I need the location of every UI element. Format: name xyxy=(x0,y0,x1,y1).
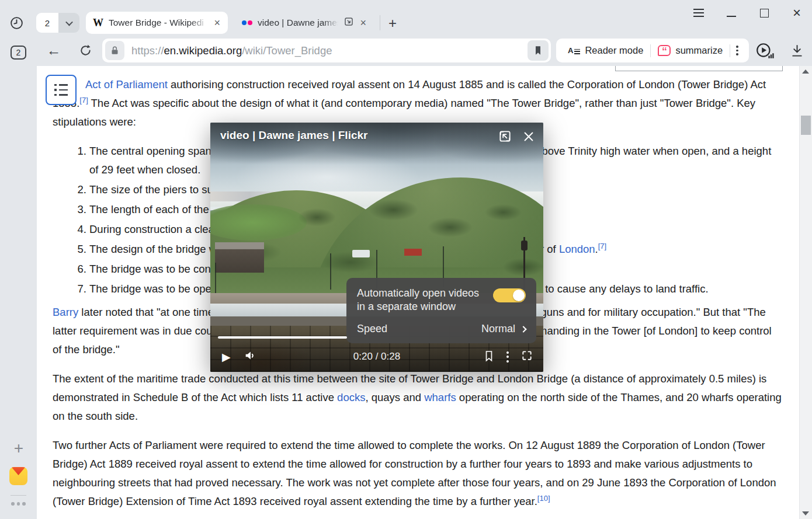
paragraph-acts: Two further Acts of Parliament were requ… xyxy=(53,436,782,511)
back-button[interactable]: ← xyxy=(44,40,64,61)
summarize-quote-icon: “ xyxy=(658,45,671,56)
sidebar-more-icon[interactable] xyxy=(11,502,26,506)
wikipedia-favicon: W xyxy=(93,17,103,29)
video-bookmark-icon[interactable] xyxy=(484,350,494,364)
toggle-knob xyxy=(513,290,525,301)
browser-toolbar: ← https://en.wikipedia.org/wiki/Tower_Br… xyxy=(37,35,812,66)
lock-icon[interactable] xyxy=(105,41,124,60)
summarize-button[interactable]: “ summarize xyxy=(651,45,730,56)
tab-group-count[interactable]: 2 xyxy=(36,13,58,33)
tab-wikipedia[interactable]: W Tower Bridge - Wikipedi × xyxy=(86,12,228,34)
video-frame-hut xyxy=(404,249,422,256)
tab-group-pill[interactable]: 2 xyxy=(36,13,79,33)
minimize-button[interactable] xyxy=(724,6,738,20)
tabstrip-divider xyxy=(380,15,380,30)
video-popout-icon[interactable] xyxy=(498,130,512,145)
auto-open-toggle[interactable] xyxy=(493,288,526,302)
browser-titlebar: 2 W Tower Bridge - Wikipedi × video | Da… xyxy=(0,0,812,35)
tab-flickr-video[interactable]: video | Dawne james × xyxy=(235,12,374,34)
link-act-of-parliament[interactable]: Act of Parliament xyxy=(85,78,168,90)
scrollbar-thumb[interactable] xyxy=(801,116,811,135)
video-close-icon[interactable] xyxy=(522,130,535,145)
video-frame-truck xyxy=(352,250,370,257)
tab-group-dropdown[interactable] xyxy=(58,13,79,33)
sidebar-rail: 2 + xyxy=(0,35,37,519)
download-icon[interactable] xyxy=(786,40,807,61)
mail-icon[interactable] xyxy=(9,467,27,485)
url-path: /wiki/Tower_Bridge xyxy=(242,44,332,57)
reader-mode-button[interactable]: A Reader mode xyxy=(561,45,650,56)
paragraph-text: Two further Acts of Parliament were requ… xyxy=(53,439,776,507)
clipped-infobox-edge xyxy=(615,66,783,71)
auto-open-label: Automatically open videos in a separate … xyxy=(357,287,493,314)
video-settings-panel: Automatically open videos in a separate … xyxy=(346,278,536,343)
list-icon xyxy=(54,84,68,96)
ref-7-link[interactable]: [7] xyxy=(598,242,606,250)
window-controls: × xyxy=(692,6,804,20)
url-domain: en.wikipedia.org xyxy=(164,44,242,57)
close-tab-icon[interactable]: × xyxy=(213,18,221,28)
reload-button[interactable] xyxy=(75,40,95,61)
video-more-icon[interactable] xyxy=(506,351,509,363)
video-frame-post xyxy=(215,263,216,293)
toc-button[interactable] xyxy=(46,75,77,105)
paragraph-text: , quays and xyxy=(365,391,424,403)
video-progress-bar[interactable] xyxy=(218,336,347,339)
media-player-icon[interactable] xyxy=(754,40,775,61)
reader-mode-icon: A xyxy=(568,47,580,54)
more-actions-icon[interactable] xyxy=(730,46,744,55)
flickr-favicon xyxy=(242,20,252,25)
tab-title: video | Dawne james xyxy=(258,18,338,28)
speed-value[interactable]: Normal xyxy=(481,323,515,335)
bookmark-icon[interactable] xyxy=(528,40,549,61)
address-bar[interactable]: https://en.wikipedia.org/wiki/Tower_Brid… xyxy=(102,39,551,62)
fullscreen-icon[interactable] xyxy=(521,350,533,364)
menu-icon[interactable] xyxy=(692,6,706,20)
close-tab-icon[interactable]: × xyxy=(359,18,367,28)
url-scheme: https:// xyxy=(131,44,164,57)
url-text[interactable]: https://en.wikipedia.org/wiki/Tower_Brid… xyxy=(131,44,528,57)
summarize-label: summarize xyxy=(675,45,723,56)
video-time: 0:20 / 0:28 xyxy=(353,351,400,363)
link-barry[interactable]: Barry xyxy=(53,306,78,318)
page-scrollbar[interactable] xyxy=(799,66,812,519)
video-title: video | Dawne james | Flickr xyxy=(220,129,367,142)
maximize-button[interactable] xyxy=(757,6,771,20)
video-frame-building xyxy=(215,242,264,273)
video-frame-post xyxy=(330,253,331,290)
video-controls: ▶ 0:20 / 0:28 xyxy=(210,342,543,372)
history-clock-icon[interactable] xyxy=(8,15,25,31)
ref-7-link[interactable]: [7] xyxy=(79,96,88,105)
chevron-down-icon xyxy=(65,18,73,26)
volume-icon[interactable] xyxy=(244,349,256,364)
scroll-down-icon[interactable] xyxy=(802,511,809,515)
tab-popout-icon[interactable] xyxy=(343,16,354,29)
scroll-up-icon[interactable] xyxy=(802,69,809,74)
link-wharfs[interactable]: wharfs xyxy=(424,391,456,403)
page-actions-pill: A Reader mode “ summarize xyxy=(556,39,749,62)
play-icon[interactable]: ▶ xyxy=(222,351,231,363)
close-window-button[interactable]: × xyxy=(790,6,804,20)
link-docks[interactable]: docks xyxy=(337,391,365,403)
reader-mode-label: Reader mode xyxy=(585,45,643,56)
sidebar-divider xyxy=(11,495,26,496)
paragraph-maritime: The extent of the maritime trade conduct… xyxy=(53,370,782,426)
speed-label: Speed xyxy=(357,323,481,335)
tab-title: Tower Bridge - Wikipedi xyxy=(109,18,208,28)
link-tower-of-london[interactable]: London xyxy=(559,243,595,255)
sidebar-tab-count-badge[interactable]: 2 xyxy=(11,46,26,60)
video-pip-overlay[interactable]: video | Dawne james | Flickr Automatical… xyxy=(210,123,543,372)
sidebar-add-button[interactable]: + xyxy=(10,440,27,457)
chevron-right-icon[interactable] xyxy=(520,326,526,332)
new-tab-button[interactable]: + xyxy=(384,15,401,32)
ref-10-link[interactable]: [10] xyxy=(537,494,550,503)
